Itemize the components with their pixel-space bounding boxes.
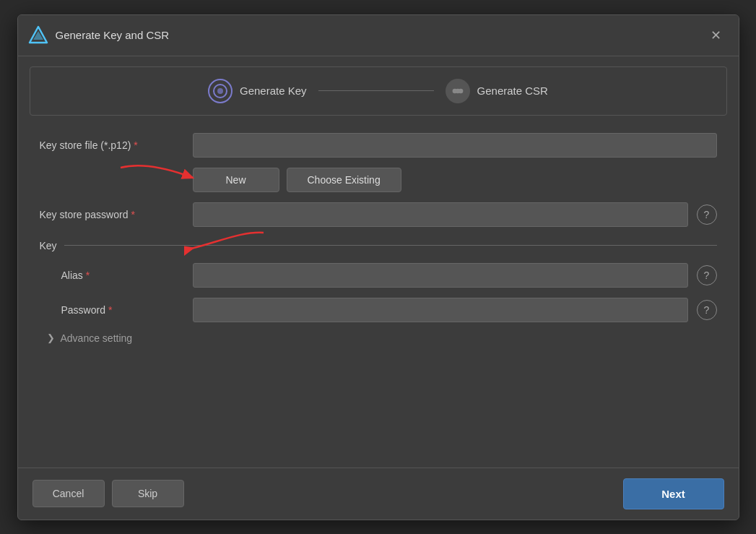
advance-setting-label: Advance setting [61,332,133,344]
form-body: Key store file (*.p12)* New Choose Exist… [18,126,739,468]
advance-setting-row[interactable]: ❯ Advance setting [40,332,717,344]
key-store-file-input[interactable] [193,133,717,158]
step1-label: Generate Key [240,85,307,97]
key-divider-line [64,245,717,246]
title-bar: Generate Key and CSR ✕ [18,15,739,56]
key-section-divider: Key [40,240,717,251]
key-store-password-row: Key store password* ? [40,202,717,227]
key-password-label: Password* [61,304,184,316]
close-button[interactable]: ✕ [706,27,726,43]
step2-label: Generate CSR [477,85,548,97]
key-password-row: Password* ? [40,298,717,322]
footer: Cancel Skip Next [18,468,739,520]
action-buttons-row: New Choose Existing [193,168,717,192]
key-store-password-label: Key store password* [40,209,184,220]
next-button[interactable]: Next [623,478,724,509]
red-arrow-2 [184,227,271,259]
svg-point-6 [458,88,463,93]
skip-button[interactable]: Skip [112,480,184,507]
app-icon [28,25,48,46]
key-store-password-wrapper: Key store password* ? [40,202,717,237]
footer-left-buttons: Cancel Skip [32,480,184,507]
key-store-file-row: Key store file (*.p12)* [40,133,717,158]
step1-icon [208,79,233,103]
key-store-file-label: Key store file (*.p12)* [40,139,184,151]
alias-label: Alias* [61,270,184,281]
generate-key-csr-dialog: Generate Key and CSR ✕ Generate Key [17,14,739,520]
key-store-password-input[interactable] [193,202,688,227]
svg-point-5 [452,88,457,93]
advance-chevron-icon: ❯ [47,332,55,343]
red-arrow-1 [113,160,207,195]
alias-help[interactable]: ? [697,265,717,285]
required-star-1: * [134,139,137,151]
key-section-label: Key [40,240,57,251]
key-store-password-help[interactable]: ? [697,204,717,225]
step-2: Generate CSR [446,79,548,103]
required-star-3: * [86,270,90,281]
step-1: Generate Key [208,79,307,103]
alias-input[interactable] [193,263,688,288]
required-star-2: * [131,209,134,220]
choose-existing-button[interactable]: Choose Existing [287,168,401,192]
stepper-section: Generate Key Generate CSR [30,66,727,116]
required-star-4: * [108,304,112,316]
title-left: Generate Key and CSR [28,25,170,46]
cancel-button[interactable]: Cancel [32,480,105,507]
step-connector [318,90,434,91]
svg-point-3 [217,88,223,94]
alias-row: Alias* ? [40,263,717,288]
key-password-input[interactable] [193,298,688,322]
key-password-help[interactable]: ? [697,300,717,320]
step2-icon [446,79,470,103]
dialog-title: Generate Key and CSR [56,29,170,41]
